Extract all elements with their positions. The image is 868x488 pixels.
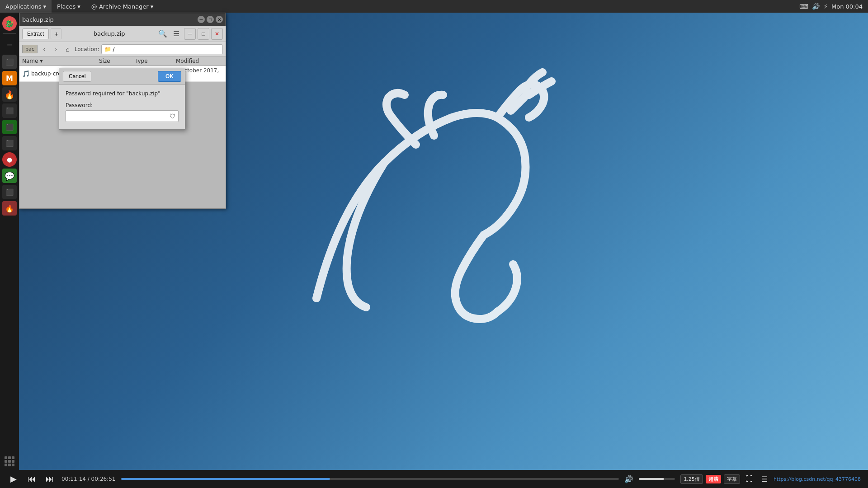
location-folder-icon: 📁 xyxy=(104,46,111,52)
subtitle-badge[interactable]: 字幕 xyxy=(724,474,740,484)
sidebar-icon-app9[interactable]: ⬛ xyxy=(2,185,17,199)
location-path-text: / xyxy=(113,46,115,52)
tray-icon-3[interactable]: ⚡ xyxy=(823,3,828,10)
next-icon: ⏭ xyxy=(46,474,54,484)
video-url[interactable]: https://blog.csdn.net/qq_43776408 xyxy=(774,476,861,482)
sidebar-icon-fire[interactable]: 🔥 xyxy=(2,87,17,102)
fullscreen-icon: ⛶ xyxy=(745,475,753,483)
tray-icon-2[interactable]: 🔊 xyxy=(812,3,820,10)
column-size[interactable]: Size xyxy=(99,58,135,64)
sidebar-icon-app10[interactable]: 🔥 xyxy=(2,201,17,216)
dialog-content: Password required for "backup.zip" Passw… xyxy=(59,85,185,129)
search-button[interactable]: 🔍 xyxy=(157,28,169,40)
volume-fill xyxy=(639,478,664,480)
sidebar: 🐉 ─ ⬛ M 🔥 ⬛ ⬛ ⬛ ● 💬 ⬛ 🔥 xyxy=(0,13,19,470)
volume-slider[interactable] xyxy=(639,478,675,480)
top-bar-left: Applications ▾ Places ▾ @ Archive Manage… xyxy=(0,0,159,13)
window-close-btn[interactable]: ✕ xyxy=(211,28,223,40)
fullscreen-button[interactable]: ⛶ xyxy=(743,473,755,485)
time-separator: / xyxy=(88,476,91,482)
applications-label: Applications xyxy=(5,3,41,10)
password-field-row: 🛡 xyxy=(66,110,179,122)
password-dialog: Cancel OK Password required for "backup.… xyxy=(59,68,185,130)
sidebar-icon-app6[interactable]: ⬛ xyxy=(2,120,17,134)
maximize-button[interactable]: □ xyxy=(207,16,214,23)
system-tray: ⌨ 🔊 ⚡ xyxy=(799,3,828,10)
new-tab-button[interactable]: + xyxy=(51,28,61,39)
home-icon: ⌂ xyxy=(66,46,70,53)
eye-icon: 🛡 xyxy=(170,113,176,120)
progress-fill xyxy=(121,478,330,480)
back-icon: ‹ xyxy=(43,46,45,52)
top-bar-right: ⌨ 🔊 ⚡ Mon 00:04 xyxy=(799,3,868,10)
clock: Mon 00:04 xyxy=(831,3,863,10)
sidebar-icon-app2[interactable]: ─ xyxy=(1,37,18,53)
toggle-password-visibility-button[interactable]: 🛡 xyxy=(167,111,178,122)
search-icon: 🔍 xyxy=(158,29,167,38)
home-button[interactable]: ⌂ xyxy=(63,44,73,54)
tray-icon-1[interactable]: ⌨ xyxy=(799,3,808,10)
forward-icon: › xyxy=(55,46,57,52)
back-button[interactable]: ‹ xyxy=(39,44,49,54)
window-toolbar: Extract + backup.zip 🔍 ☰ ─ □ ✕ xyxy=(19,26,226,42)
sidebar-icon-chat[interactable]: 💬 xyxy=(2,169,17,183)
speed-badge[interactable]: 1.25倍 xyxy=(680,474,703,484)
kali-dragon xyxy=(226,27,588,334)
file-list-header: Name ▾ Size Type Modified xyxy=(19,56,226,66)
sidebar-icon-circle[interactable]: ● xyxy=(2,152,17,167)
play-icon: ▶ xyxy=(10,474,17,484)
file-audio-icon: 🎵 xyxy=(22,70,29,77)
sort-arrow: ▾ xyxy=(40,58,42,64)
playlist-button[interactable]: ☰ xyxy=(758,473,771,485)
password-label: Password: xyxy=(66,102,179,108)
menu-button[interactable]: ☰ xyxy=(170,28,182,40)
column-name[interactable]: Name ▾ xyxy=(22,58,99,64)
prev-button[interactable]: ⏮ xyxy=(25,473,38,485)
sidebar-icon-app7[interactable]: ⬛ xyxy=(2,136,17,150)
progress-bar[interactable] xyxy=(121,478,619,480)
archive-manager-label: @ Archive Manager xyxy=(91,3,149,10)
next-button[interactable]: ⏭ xyxy=(43,473,56,485)
archive-manager-menu[interactable]: @ Archive Manager ▾ xyxy=(86,0,159,13)
apps-grid-btn[interactable] xyxy=(5,456,14,466)
window-restore-btn[interactable]: □ xyxy=(198,28,209,40)
places-label: Places xyxy=(57,3,75,10)
video-bar: ▶ ⏮ ⏭ 00:11:14 / 00:26:51 🔊 1.25倍 超清 字幕 … xyxy=(0,470,868,488)
playlist-icon: ☰ xyxy=(761,475,768,483)
close-button[interactable]: ✕ xyxy=(216,16,223,23)
places-arrow: ▾ xyxy=(77,3,80,10)
column-modified[interactable]: Modified xyxy=(176,58,223,64)
play-button[interactable]: ▶ xyxy=(7,473,20,485)
location-label: Location: xyxy=(75,46,99,52)
archive-manager-arrow: ▾ xyxy=(151,3,154,10)
volume-icon: 🔊 xyxy=(624,475,633,483)
ok-button[interactable]: OK xyxy=(158,71,181,82)
location-path[interactable]: 📁 / xyxy=(101,44,223,54)
extract-button[interactable]: Extract xyxy=(22,28,49,39)
window-controls: ─ □ ✕ xyxy=(198,16,223,23)
hd-badge[interactable]: 超清 xyxy=(706,475,721,483)
dialog-buttons-top: Cancel OK xyxy=(59,68,185,85)
forward-button[interactable]: › xyxy=(51,44,61,54)
applications-menu[interactable]: Applications ▾ xyxy=(0,0,52,13)
breadcrumb-tab[interactable]: bac xyxy=(22,45,38,53)
video-current-time: 00:11:14 / 00:26:51 xyxy=(61,476,116,482)
places-menu[interactable]: Places ▾ xyxy=(52,0,86,13)
sidebar-icon-app1[interactable]: 🐉 xyxy=(2,16,17,31)
sidebar-separator-1 xyxy=(3,33,16,34)
dialog-message: Password required for "backup.zip" xyxy=(66,90,179,97)
window-titlebar: backup.zip ─ □ ✕ xyxy=(19,13,226,26)
video-right-controls: 1.25倍 超清 字幕 ⛶ ☰ https://blog.csdn.net/qq… xyxy=(680,473,861,485)
sidebar-icon-app5[interactable]: ⬛ xyxy=(2,103,17,118)
sidebar-icon-app3[interactable]: ⬛ xyxy=(2,55,17,69)
menu-icon: ☰ xyxy=(173,29,179,38)
password-input[interactable] xyxy=(66,111,167,121)
applications-arrow: ▾ xyxy=(43,3,46,10)
cancel-button[interactable]: Cancel xyxy=(63,71,91,82)
prev-icon: ⏮ xyxy=(28,474,36,484)
minimize-button[interactable]: ─ xyxy=(198,16,205,23)
sidebar-icon-m[interactable]: M xyxy=(2,71,17,85)
window-title: backup.zip xyxy=(22,16,54,23)
column-type[interactable]: Type xyxy=(135,58,176,64)
window-minimize-btn[interactable]: ─ xyxy=(184,28,196,40)
